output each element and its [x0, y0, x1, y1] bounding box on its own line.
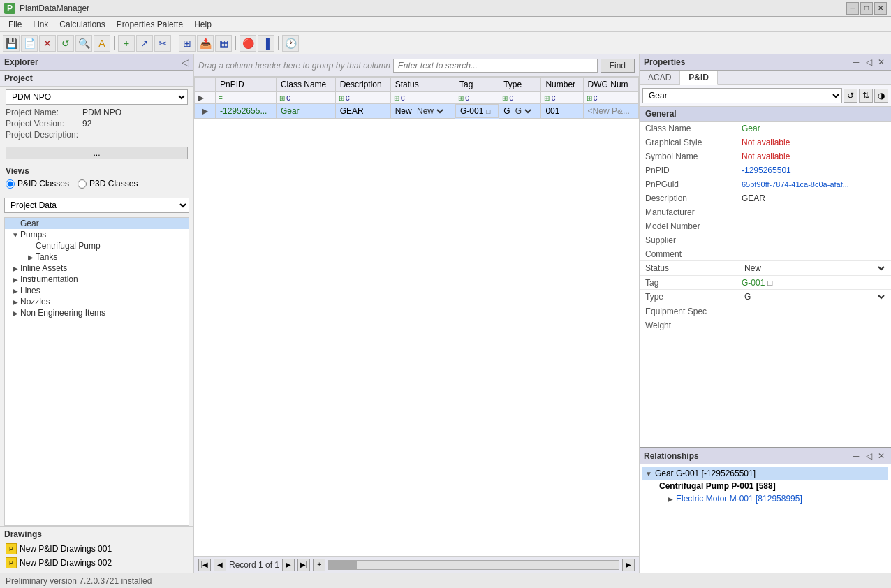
status-dropdown[interactable]: New: [414, 105, 446, 117]
filter-classname[interactable]: ⊞c: [276, 92, 335, 104]
prop-value-supplier[interactable]: [737, 233, 891, 247]
sync-class-button[interactable]: ⇅: [859, 89, 873, 103]
nozzles-arrow-icon[interactable]: ▶: [10, 298, 20, 306]
rel-item-gear[interactable]: ▼ Gear G-001 [-1295265501]: [642, 467, 888, 480]
bar-button[interactable]: ▐: [258, 35, 274, 52]
maximize-button[interactable]: □: [860, 2, 873, 15]
col-header-classname[interactable]: Class Name: [276, 78, 335, 92]
menu-file[interactable]: File: [3, 18, 27, 31]
filter-status[interactable]: ⊞c: [390, 92, 455, 104]
search-input[interactable]: [393, 59, 598, 73]
close-button[interactable]: ✕: [874, 2, 887, 15]
prop-value-type[interactable]: G: [737, 290, 891, 304]
last-record-button[interactable]: ▶|: [297, 559, 310, 571]
col-header-pnpid[interactable]: [195, 78, 216, 92]
modelnumber-input[interactable]: [742, 221, 887, 231]
tag-button[interactable]: A: [94, 35, 110, 52]
col-header-status[interactable]: Status: [390, 78, 455, 92]
filter-description[interactable]: ⊞c: [335, 92, 390, 104]
tab-pid[interactable]: P&ID: [680, 71, 718, 85]
prev-record-button[interactable]: ◀: [214, 559, 226, 571]
gear-rel-arrow-icon[interactable]: ▼: [645, 470, 652, 478]
tree-item-nozzles[interactable]: ▶ Nozzles: [5, 296, 189, 307]
manufacturer-input[interactable]: [742, 207, 887, 217]
prop-value-description[interactable]: [737, 191, 891, 205]
export-button[interactable]: 📤: [197, 35, 214, 52]
inline-arrow-icon[interactable]: ▶: [10, 265, 20, 272]
tree-item-inline[interactable]: ▶ Inline Assets: [5, 263, 189, 274]
class-dropdown[interactable]: Gear: [642, 88, 842, 103]
prop-value-modelnumber[interactable]: [737, 219, 891, 233]
next-record-button[interactable]: ▶: [282, 559, 295, 571]
col-header-pnpid-val[interactable]: PnPID: [216, 78, 277, 92]
prop-value-comment[interactable]: [737, 247, 891, 260]
layout-button[interactable]: ▦: [215, 35, 232, 52]
rel-pin-button[interactable]: ◁: [863, 450, 874, 462]
prop-value-equipspec[interactable]: [737, 304, 891, 318]
rel-item-pump[interactable]: Centrifugal Pump P-001 [588]: [642, 480, 888, 492]
pid-classes-input[interactable]: [6, 179, 15, 189]
tag-expand-icon[interactable]: □: [767, 278, 772, 288]
horizontal-scrollbar[interactable]: [328, 560, 619, 570]
prop-value-status[interactable]: New: [737, 261, 891, 275]
rel-close-button[interactable]: ✕: [876, 450, 887, 462]
tree-category-dropdown[interactable]: Project Data: [4, 198, 189, 213]
redmark-button[interactable]: 🔴: [240, 35, 256, 52]
tab-acad[interactable]: ACAD: [640, 71, 680, 84]
tree-item-lines[interactable]: ▶ Lines: [5, 285, 189, 296]
description-input[interactable]: [742, 193, 887, 203]
find-button[interactable]: Find: [601, 59, 635, 73]
tanks-arrow-icon[interactable]: ▶: [26, 253, 36, 261]
pumps-arrow-icon[interactable]: ▼: [10, 231, 20, 239]
project-dropdown[interactable]: PDM NPO: [6, 89, 188, 105]
equipspec-input[interactable]: [742, 307, 887, 316]
status-select[interactable]: New: [742, 263, 887, 274]
clock-button[interactable]: 🕐: [282, 35, 299, 52]
comment-input[interactable]: [742, 249, 887, 259]
motor-rel-arrow-icon[interactable]: ▶: [668, 495, 673, 503]
tree-item-centrifugal[interactable]: Centrifugal Pump: [5, 240, 189, 251]
menu-calculations[interactable]: Calculations: [54, 18, 110, 31]
scroll-right-button[interactable]: ▶: [622, 559, 635, 571]
pin-icon[interactable]: ◁: [182, 57, 189, 68]
unlink-button[interactable]: ✂: [154, 35, 171, 52]
supplier-input[interactable]: [742, 235, 887, 245]
cell-type[interactable]: G G: [499, 104, 541, 119]
lines-arrow-icon[interactable]: ▶: [10, 287, 20, 295]
refresh-button[interactable]: ↺: [57, 35, 74, 52]
filter-pnpid[interactable]: =: [216, 92, 277, 104]
add-button[interactable]: +: [118, 35, 135, 52]
props-close-button[interactable]: ✕: [876, 57, 887, 68]
rel-minimize-button[interactable]: ─: [850, 450, 862, 462]
link-button[interactable]: ↗: [136, 35, 153, 52]
save-button[interactable]: 💾: [3, 35, 20, 52]
props-pin-button[interactable]: ◁: [863, 57, 874, 68]
weight-input[interactable]: [742, 321, 887, 330]
props-minimize-button[interactable]: ─: [850, 57, 862, 68]
tree-item-gear[interactable]: Gear: [5, 218, 189, 229]
filter-dwgnum[interactable]: ⊞c: [583, 92, 638, 104]
menu-link[interactable]: Link: [27, 18, 54, 31]
minimize-button[interactable]: ─: [846, 2, 859, 15]
filter-type[interactable]: ⊞c: [499, 92, 541, 104]
filter-number[interactable]: ⊞c: [541, 92, 583, 104]
refresh-class-button[interactable]: ↺: [844, 89, 857, 103]
grid-button[interactable]: ⊞: [179, 35, 196, 52]
filter-tag[interactable]: ⊞c: [455, 92, 499, 104]
col-header-number[interactable]: Number: [541, 78, 583, 92]
type-dropdown[interactable]: G: [513, 105, 533, 117]
cell-status[interactable]: New New: [390, 104, 455, 119]
search-button[interactable]: 🔍: [75, 35, 92, 52]
menu-help[interactable]: Help: [189, 18, 217, 31]
p3d-classes-input[interactable]: [78, 179, 87, 189]
tree-item-pumps[interactable]: ▼ Pumps: [5, 229, 189, 240]
delete-button[interactable]: ✕: [39, 35, 56, 52]
col-header-description[interactable]: Description: [335, 78, 390, 92]
prop-value-weight[interactable]: [737, 318, 891, 332]
col-header-dwgnum[interactable]: DWG Num: [583, 78, 638, 92]
tree-item-tanks[interactable]: ▶ Tanks: [5, 251, 189, 263]
menu-properties-palette[interactable]: Properties Palette: [111, 18, 189, 31]
prop-value-manufacturer[interactable]: [737, 205, 891, 219]
first-record-button[interactable]: |◀: [198, 559, 211, 571]
toggle-class-button[interactable]: ◑: [874, 89, 888, 103]
